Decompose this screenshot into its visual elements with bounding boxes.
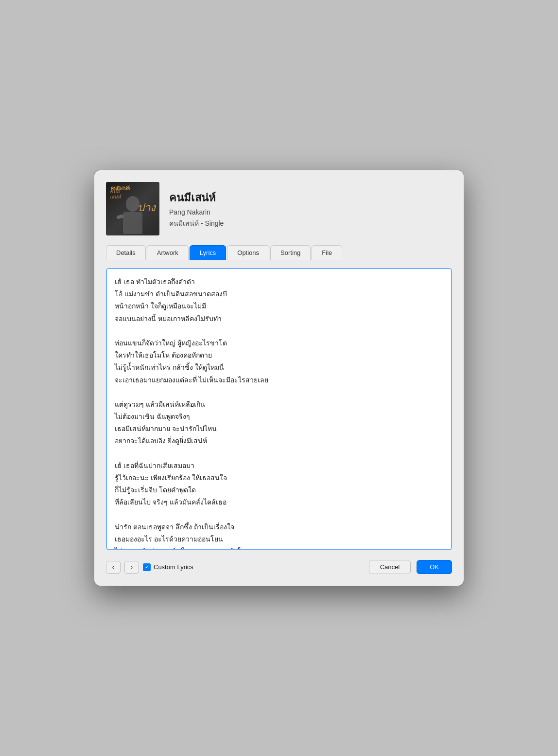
svg-text:คนมี: คนมี [110,188,121,194]
cancel-button[interactable]: Cancel [369,560,411,574]
prev-button[interactable]: ‹ [106,561,121,574]
song-album: คนมีเสน่ห์ - Single [169,218,224,229]
footer-left: ‹ › ✓ Custom Lyrics [106,561,193,574]
tab-options[interactable]: Options [227,245,269,260]
tab-file[interactable]: File [312,245,342,260]
footer-right: Cancel OK [369,560,452,574]
song-info-window: คนมีเสน่ห์ ปาง คนมี เสน่ห์ คนมีเสน่ห์ P [94,170,464,586]
custom-lyrics-checkbox[interactable]: ✓ [143,563,151,571]
song-info: คนมีเสน่ห์ Pang Nakarin คนมีเสน่ห์ - Sin… [169,189,224,229]
song-header: คนมีเสน่ห์ ปาง คนมี เสน่ห์ คนมีเสน่ห์ P [106,182,452,235]
next-button[interactable]: › [124,561,139,574]
tabs-bar: Details Artwork Lyrics Options Sorting F… [106,245,452,260]
svg-text:เสน่ห์: เสน่ห์ [110,194,122,199]
footer: ‹ › ✓ Custom Lyrics Cancel OK [106,560,452,574]
svg-point-2 [126,196,140,212]
album-art-svg: คนมี เสน่ห์ [106,182,159,235]
lyrics-container[interactable]: เฮ้ เธอ ทำไมตัวเธอถึงดำดำ โอ้ แม่งามขำ ด… [106,268,452,550]
svg-rect-3 [123,212,142,234]
lyrics-text: เฮ้ เธอ ทำไมตัวเธอถึงดำดำ โอ้ แม่งามขำ ด… [115,276,443,550]
tab-sorting[interactable]: Sorting [270,245,311,260]
song-artist: Pang Nakarin [169,208,224,216]
album-art: คนมีเสน่ห์ ปาง คนมี เสน่ห์ [106,182,159,235]
custom-lyrics-label[interactable]: ✓ Custom Lyrics [143,563,193,571]
tab-lyrics[interactable]: Lyrics [190,245,226,260]
ok-button[interactable]: OK [417,560,452,574]
tab-artwork[interactable]: Artwork [147,245,189,260]
song-title: คนมีเสน่ห์ [169,189,224,206]
svg-rect-4 [116,214,123,219]
custom-lyrics-text: Custom Lyrics [154,563,193,571]
tab-details[interactable]: Details [106,245,146,260]
